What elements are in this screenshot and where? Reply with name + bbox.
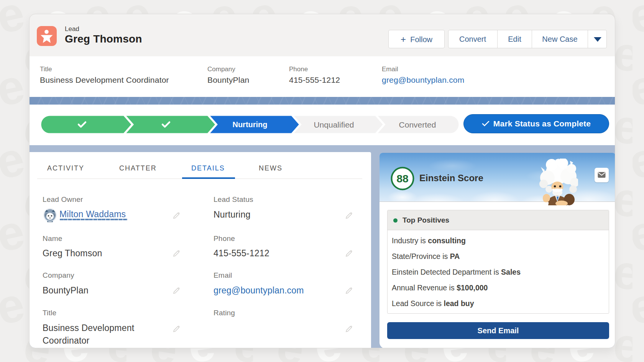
svg-text:Converted: Converted: [399, 120, 436, 129]
svg-text:88: 88: [396, 173, 408, 185]
svg-text:Nurturing: Nurturing: [232, 120, 267, 129]
svg-text:Unqualified: Unqualified: [314, 120, 354, 129]
